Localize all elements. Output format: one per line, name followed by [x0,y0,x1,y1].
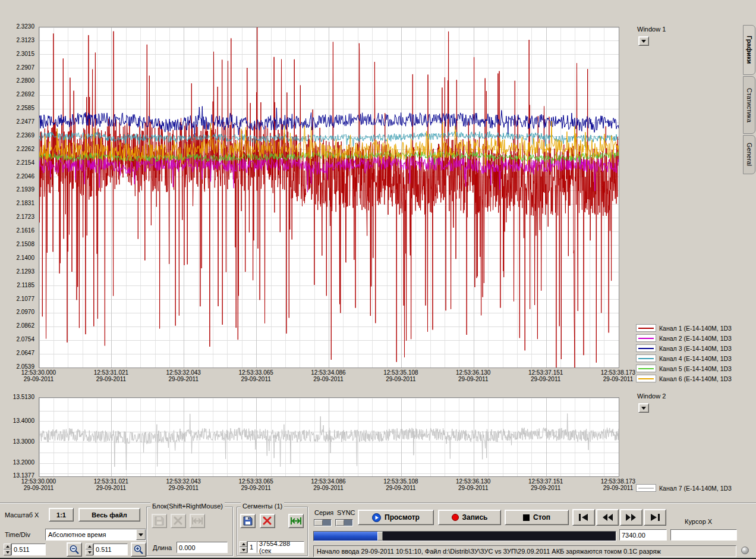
scale-field-1[interactable]: 0.511 [11,544,46,555]
fast-forward-icon [625,513,637,522]
segment-save-button[interactable] [240,514,256,528]
x-tick-label: 12:53:36.13029-09-2011 [446,369,500,382]
tab-statistics[interactable]: Статистика [743,76,755,134]
preview-button[interactable]: Просмотр [358,510,434,525]
lgraph-app: 2.32302.31232.30152.29072.28002.26922.25… [0,0,756,559]
stop-button[interactable]: Стоп [505,510,569,525]
legend-item[interactable]: Канал 5 (E-14-140M, 1D3 [636,365,742,372]
x-tick-date: 29-09-2011 [446,485,500,491]
legend-item[interactable]: Канал 3 (E-14-140M, 1D3 [636,344,742,352]
sync-toggle[interactable] [335,519,353,526]
y-tick-label: 2.0647 [0,350,34,356]
x-tick-time: 12:53:33.065 [229,369,284,376]
legend-swatch [636,344,656,352]
window2-plot[interactable] [39,397,619,477]
preview-button-label: Просмотр [385,513,420,522]
x-tick-date: 29-09-2011 [11,485,66,491]
scale-spinner-2[interactable]: 0.511 [86,544,128,555]
legend-item[interactable]: Канал 6 (E-14-140M, 1D3 [636,375,742,382]
y-tick-label: 2.0970 [0,309,34,315]
y-tick-label: 2.3230 [0,24,34,30]
zoom-out-button[interactable] [67,542,82,557]
legend-line [638,338,654,339]
segment-delete-button[interactable] [260,514,275,528]
x-tick-label: 12:53:32.04329-09-2011 [156,369,211,382]
skip-start-button[interactable] [572,509,595,526]
sync-label: SYNC [337,509,355,516]
x-tick-label: 12:53:34.08629-09-2011 [301,478,356,491]
segment-expand-button[interactable] [288,514,304,528]
zoom-in-button[interactable] [131,542,146,557]
segment-length-field[interactable]: 37554.288 (сек [257,541,304,553]
scale-1to1-button[interactable]: 1:1 [49,508,74,522]
block-save-button [152,514,167,528]
scale-field-2[interactable]: 0.511 [93,544,128,555]
tab-label: General [746,143,753,166]
legend-label: Канал 6 (E-14-140M, 1D3 [659,375,732,382]
time-mode-select[interactable]: Абсолютное время [45,529,146,541]
x-tick-label: 12:53:31.02129-09-2011 [84,369,138,382]
y-tick-label: 2.0754 [0,337,34,343]
legend-label: Канал 5 (E-14-140M, 1D3 [659,365,732,372]
skip-to-end-icon [649,513,661,522]
x-tick-time: 12:53:37.151 [518,369,573,376]
chevron-down-icon [641,40,646,43]
window1-plot[interactable] [39,27,619,368]
expand-horizontal-icon [290,517,302,525]
timediv-label: Time/Div [5,531,30,538]
cursor-x-field[interactable] [670,529,737,541]
floppy-disk-icon [242,516,253,526]
x-tick-date: 29-09-2011 [518,485,573,491]
spinner-arrows[interactable] [4,544,11,555]
file-position-scrollbar[interactable] [313,531,616,541]
y-tick-label: 2.2800 [0,78,34,84]
length-field[interactable]: 0.000 [177,542,228,553]
window2-dropdown-button[interactable] [638,403,649,413]
x-tick-label: 12:53:36.13029-09-2011 [446,478,500,491]
toggle-knob [336,520,344,526]
combo-dropdown-button[interactable] [136,529,146,540]
floppy-disk-icon [154,516,165,526]
legend-item[interactable]: Канал 2 (E-14-140M, 1D3 [636,334,742,342]
legend-item[interactable]: Канал 1 (E-14-140M, 1D3 [636,324,742,332]
legend-item[interactable]: Канал 7 (E-14-140M, 1D3 [636,484,742,492]
legend-swatch [636,365,656,372]
y-tick-label: 2.2585 [0,105,34,111]
legend-swatch [636,375,656,382]
step-back-button[interactable] [596,509,619,526]
series-toggle[interactable] [314,519,332,526]
y-tick-label: 2.1616 [0,228,34,234]
status-bar: Начало ввода 29-09-2011 10:51:10, Файл d… [313,545,736,557]
legend-item[interactable]: Канал 4 (E-14-140M, 1D3 [636,354,742,362]
record-button-label: Запись [462,513,488,522]
tab-graphics[interactable]: Графики [743,25,755,75]
x-tick-time: 12:53:36.130 [446,478,500,485]
cursor-position-field[interactable]: 7340.00 [619,529,667,541]
legend-swatch [636,324,656,332]
x-tick-date: 29-09-2011 [156,376,211,382]
magnifier-plus-icon [133,544,144,555]
segment-spinner[interactable]: 1 37554.288 (сек [240,541,304,553]
series-label: Серия [314,509,333,516]
x-tick-time: 12:53:31.021 [84,369,138,376]
y-tick-label: 2.1400 [0,255,34,261]
legend-label: Канал 2 (E-14-140M, 1D3 [659,335,732,342]
x-tick-time: 12:53:30.000 [11,478,66,485]
scale-spinner-1[interactable]: 0.511 [4,544,46,555]
y-tick-label: 2.2154 [0,160,34,166]
whole-file-button[interactable]: Весь файл [78,508,140,522]
spinner-arrows[interactable] [86,544,93,555]
tab-general[interactable]: General [743,135,755,174]
step-forward-button[interactable] [620,509,642,526]
block-group: Блок(Shift+RightMouse) Длина [146,507,233,556]
record-button[interactable]: Запись [438,510,501,525]
skip-end-button[interactable] [644,509,666,526]
y-tick-label: 2.1723 [0,214,34,220]
window1-dropdown-button[interactable] [638,36,649,46]
scrollbar-thumb[interactable] [377,532,383,541]
y-tick-label: 2.1293 [0,269,34,275]
x-tick-time: 12:53:32.043 [156,478,211,485]
chevron-down-icon [138,533,143,536]
spinner-arrows[interactable] [240,541,247,553]
segment-index-field[interactable]: 1 [247,541,257,553]
